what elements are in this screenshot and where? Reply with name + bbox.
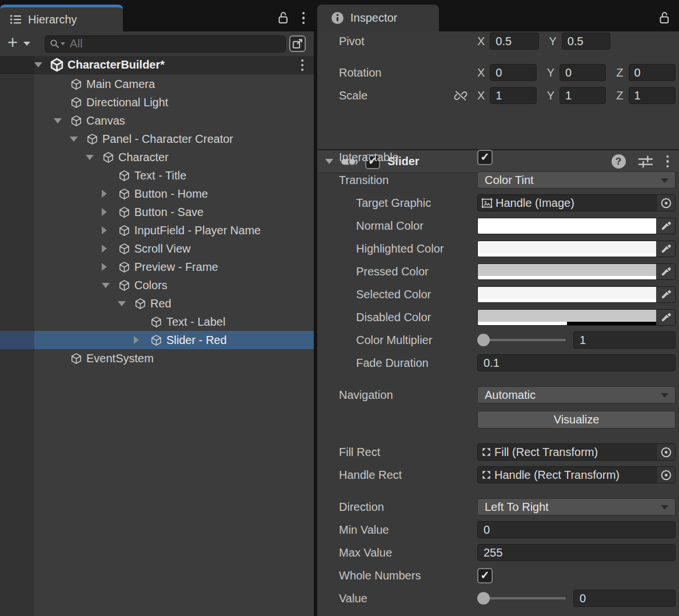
scene-header[interactable]: CharacterBuilder* <box>0 56 314 74</box>
tree-item-character[interactable]: Character <box>0 148 314 166</box>
tab-hierarchy[interactable]: Hierarchy <box>0 5 123 31</box>
search-filter-caret[interactable] <box>61 42 65 45</box>
tree-item-panel-character-creator[interactable]: Panel - Character Creator <box>0 130 314 148</box>
collapse-arrow[interactable] <box>102 263 107 271</box>
object-picker-button[interactable] <box>657 444 675 460</box>
scale-z-field[interactable]: 1 <box>629 87 676 104</box>
tree-item-button-home[interactable]: Button - Home <box>0 185 314 203</box>
rotation-z-field[interactable]: 0 <box>629 64 676 81</box>
collapse-arrow[interactable] <box>102 226 107 234</box>
tree-item-eventsystem[interactable]: EventSystem <box>0 349 314 367</box>
value-slider[interactable] <box>477 590 567 607</box>
tree-item-main-camera[interactable]: Main Camera <box>0 75 314 93</box>
scale-x-field[interactable]: 1 <box>490 87 536 104</box>
object-picker-button[interactable] <box>657 195 675 211</box>
inspector-tabbar: Inspector <box>317 0 679 31</box>
fill-rect-field[interactable]: Fill (Rect Transform) <box>477 443 676 461</box>
rotation-x-field[interactable]: 0 <box>490 64 536 81</box>
eyedropper-button[interactable] <box>656 310 675 325</box>
navigation-dropdown[interactable]: Automatic <box>477 386 676 403</box>
inspector-panel: Inspector Pivot X 0.5 Y 0.5 Rotation <box>317 0 679 616</box>
value-field[interactable]: 0 <box>573 590 676 607</box>
create-button[interactable]: + <box>7 34 18 51</box>
normal-color-swatch[interactable] <box>477 218 676 234</box>
target-graphic-field[interactable]: Handle (Image) <box>477 194 676 211</box>
collapse-arrow[interactable] <box>134 336 139 344</box>
min-value-row: Min Value 0 <box>317 521 679 538</box>
scale-y-field[interactable]: 1 <box>560 87 606 104</box>
expand-arrow[interactable] <box>118 301 126 306</box>
handle-rect-field[interactable]: Handle (Rect Transform) <box>477 466 676 483</box>
picker-icon <box>660 197 673 210</box>
expand-arrow[interactable] <box>86 155 94 160</box>
slider-track[interactable] <box>482 597 566 599</box>
handle-rect-label: Handle Rect <box>339 469 402 482</box>
slider-handle[interactable] <box>477 592 490 605</box>
tree-item-slider-red[interactable]: Slider - Red <box>0 331 314 349</box>
eyedropper-button[interactable] <box>656 241 675 257</box>
whole-numbers-checkbox[interactable]: ✓ <box>477 568 493 583</box>
gameobject-icon <box>117 261 131 273</box>
expand-arrow[interactable] <box>70 137 78 142</box>
slider-handle[interactable] <box>477 334 490 346</box>
expand-arrow[interactable] <box>102 283 110 288</box>
unlock-icon[interactable] <box>277 11 290 25</box>
scene-expand-arrow[interactable] <box>34 62 42 67</box>
tree-item-inputfield-player-name[interactable]: InputField - Player Name <box>0 221 314 239</box>
rotation-y-field[interactable]: 0 <box>560 64 606 81</box>
tree-item-red[interactable]: Red <box>0 294 314 313</box>
tree-item-colors[interactable]: Colors <box>0 276 314 294</box>
pivot-x-field[interactable]: 0.5 <box>490 33 538 50</box>
fill-rect-row: Fill Rect Fill (Rect Transform) <box>317 443 679 461</box>
scene-menu-icon[interactable] <box>300 58 305 72</box>
unlinked-scale-icon[interactable] <box>453 89 468 102</box>
scene-name: CharacterBuilder* <box>67 58 165 71</box>
tree-item-directional-light[interactable]: Directional Light <box>0 93 314 111</box>
pressed-color-swatch[interactable] <box>477 263 676 280</box>
min-value-field[interactable]: 0 <box>477 521 676 538</box>
collapse-arrow[interactable] <box>102 208 107 216</box>
gameobject-icon <box>69 78 83 90</box>
tree-item-preview-frame[interactable]: Preview - Frame <box>0 258 314 276</box>
visualize-button[interactable]: Visualize <box>477 411 676 429</box>
transition-dropdown[interactable]: Color Tint <box>477 171 676 189</box>
target-graphic-label: Target Graphic <box>356 197 431 210</box>
tree-item-canvas[interactable]: Canvas <box>0 111 314 130</box>
fade-duration-field[interactable]: 0.1 <box>477 354 676 371</box>
color-multiplier-slider[interactable] <box>477 331 567 349</box>
max-value-field[interactable]: 255 <box>477 544 676 561</box>
create-dropdown-caret[interactable] <box>23 42 30 46</box>
object-picker-button[interactable] <box>657 467 675 483</box>
normal-color-row: Normal Color <box>317 217 679 234</box>
direction-dropdown[interactable]: Left To Right <box>477 498 676 515</box>
disabled-color-label: Disabled Color <box>356 311 431 324</box>
selected-color-swatch[interactable] <box>477 286 676 303</box>
panel-menu-icon[interactable] <box>301 11 306 26</box>
highlighted-color-swatch[interactable] <box>477 241 676 257</box>
eyedropper-button[interactable] <box>656 287 675 302</box>
collapse-arrow[interactable] <box>102 190 107 198</box>
info-icon <box>331 11 344 25</box>
color-multiplier-field[interactable]: 1 <box>573 331 676 349</box>
tree-item-scroll-view[interactable]: Scroll View <box>0 239 314 258</box>
unlock-icon[interactable] <box>658 11 671 25</box>
tree-item-text-label[interactable]: Text - Label <box>0 313 314 331</box>
disabled-color-swatch[interactable] <box>477 309 676 326</box>
open-in-window-button[interactable] <box>289 35 306 52</box>
pivot-y-field[interactable]: 0.5 <box>562 33 610 50</box>
pressed-color-label: Pressed Color <box>356 265 429 278</box>
eyedropper-button[interactable] <box>656 218 675 234</box>
interactable-checkbox[interactable]: ✓ <box>477 150 493 165</box>
slider-track[interactable] <box>482 339 566 341</box>
whole-numbers-label: Whole Numbers <box>339 569 421 582</box>
collapse-arrow[interactable] <box>102 245 107 253</box>
inspector-body: Pivot X 0.5 Y 0.5 Rotation X 0 Y 0 Z 0 <box>317 31 679 616</box>
tree-item-text-title[interactable]: Text - Title <box>0 166 314 185</box>
eyedropper-icon <box>660 220 672 231</box>
navigation-label: Navigation <box>339 389 393 402</box>
expand-arrow[interactable] <box>54 118 62 123</box>
tab-inspector[interactable]: Inspector <box>317 5 439 31</box>
eyedropper-button[interactable] <box>656 264 675 279</box>
search-input[interactable]: All <box>45 35 286 53</box>
tree-item-button-save[interactable]: Button - Save <box>0 203 314 221</box>
